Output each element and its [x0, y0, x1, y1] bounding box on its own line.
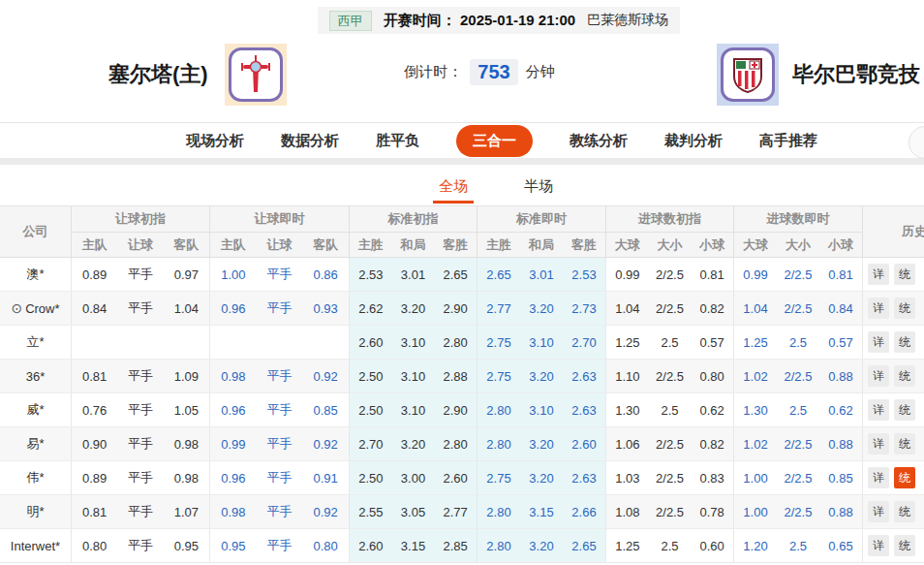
detail-button[interactable]: 详	[868, 331, 889, 353]
odds-value	[117, 326, 163, 359]
nav-tab-3[interactable]: 胜平负	[376, 132, 419, 150]
odds-value: 0.98	[210, 495, 257, 528]
odds-group: 0.96平手0.85	[210, 393, 350, 426]
stats-button[interactable]: 统	[894, 399, 915, 421]
company-cell: 伟*	[0, 461, 72, 494]
detail-button[interactable]: 详	[868, 298, 889, 319]
stats-button[interactable]: 统	[894, 535, 915, 556]
odds-value: 0.57	[819, 326, 862, 359]
odds-group: 2.703.202.80	[350, 427, 477, 460]
odds-value: 0.82	[691, 292, 733, 325]
stats-button[interactable]: 统	[894, 331, 915, 353]
company-name: 明*	[26, 503, 44, 520]
odds-group	[72, 326, 210, 359]
odds-group: 0.80平手0.95	[72, 529, 210, 562]
detail-button[interactable]: 详	[868, 433, 889, 455]
odds-value: 2.70	[350, 427, 392, 460]
odds-group: 0.992/2.50.81	[734, 258, 863, 291]
odds-group: 2.803.202.65	[477, 529, 606, 562]
odds-group: 2.503.102.88	[350, 360, 477, 392]
odds-value: 平手	[257, 360, 303, 392]
stats-button[interactable]: 统	[894, 433, 915, 455]
odds-value: 1.20	[734, 529, 777, 562]
group-subheaders: 大球大小小球	[606, 233, 733, 257]
stats-button[interactable]: 统	[894, 467, 915, 488]
odds-group: 1.102/2.50.80	[606, 360, 734, 392]
nav-tab-6[interactable]: 裁判分析	[664, 132, 723, 150]
odds-value: 平手	[117, 258, 163, 291]
company-cell: 易*	[0, 427, 72, 460]
company-name: 威*	[26, 401, 44, 419]
nav-tab-5[interactable]: 教练分析	[570, 132, 628, 150]
group-header-6: 进球数即时大球大小小球	[734, 206, 863, 257]
odds-group: 0.992/2.50.81	[606, 258, 734, 291]
table-row: Interwet*0.80平手0.950.95平手0.802.603.152.8…	[0, 529, 924, 563]
group-header-5: 进球数初指大球大小小球	[606, 206, 734, 257]
odds-value: 1.00	[734, 495, 777, 528]
table-row: 明*0.81平手1.070.98平手0.922.553.052.772.803.…	[0, 495, 924, 529]
odds-group: 2.603.152.85	[350, 529, 477, 562]
detail-button[interactable]: 详	[868, 535, 889, 556]
odds-group: 2.533.012.65	[350, 258, 477, 291]
odds-group: 0.95平手0.80	[210, 529, 350, 562]
column-header: 让球	[257, 233, 303, 257]
history-cell: 详统	[863, 292, 924, 325]
nav-tab-1[interactable]: 现场分析	[186, 132, 244, 150]
stats-button[interactable]: 统	[894, 264, 915, 285]
odds-value: 3.20	[392, 292, 435, 325]
odds-value: 0.99	[606, 258, 649, 291]
odds-group: 0.96平手0.91	[210, 461, 350, 494]
odds-value: 2.5	[649, 529, 692, 562]
detail-button[interactable]: 详	[868, 501, 889, 522]
detail-button[interactable]: 详	[868, 264, 889, 285]
company-cell: 立*	[0, 326, 72, 359]
odds-value: 2.65	[434, 258, 477, 291]
odds-value: 3.20	[520, 529, 563, 562]
odds-value: 0.83	[691, 461, 733, 494]
group-header-label: 进球数初指	[606, 206, 733, 233]
detail-button[interactable]: 详	[868, 467, 889, 488]
nav-tab-2[interactable]: 数据分析	[281, 132, 339, 150]
history-cell: 详统	[863, 495, 924, 528]
odds-group: 2.773.202.73	[477, 292, 606, 325]
odds-value: 1.25	[606, 326, 649, 359]
subtab-2[interactable]: 半场	[518, 168, 559, 204]
odds-value: 平手	[117, 495, 163, 528]
odds-value: 3.01	[520, 258, 563, 291]
odds-value: 1.00	[734, 461, 777, 494]
odds-value: 1.02	[734, 427, 777, 460]
stats-button[interactable]: 统	[894, 501, 915, 522]
kickoff-time: 2025-01-19 21:00	[460, 12, 575, 28]
odds-value: 2.66	[563, 495, 605, 528]
odds-value: 平手	[257, 495, 303, 528]
odds-value: 0.88	[819, 360, 862, 392]
odds-value: 平手	[117, 292, 163, 325]
stats-button[interactable]: 统	[894, 365, 915, 387]
column-header: 客队	[164, 233, 209, 257]
odds-value: 2.80	[477, 427, 520, 460]
odds-value: 2.80	[477, 495, 520, 528]
detail-button[interactable]: 详	[868, 365, 889, 387]
nav-tab-4[interactable]: 三合一	[456, 125, 533, 157]
nav-tab-7[interactable]: 高手推荐	[759, 132, 817, 150]
history-header-label: 历史	[902, 223, 924, 240]
odds-value: 平手	[117, 461, 163, 494]
countdown-value: 753	[470, 59, 517, 85]
table-row: 伟*0.89平手0.980.96平手0.912.503.002.602.753.…	[0, 461, 924, 495]
company-name: Crow*	[25, 301, 59, 316]
floating-button-partial[interactable]	[909, 126, 924, 159]
odds-value: 0.96	[210, 461, 257, 494]
match-info-bar: 西甲 开赛时间： 2025-01-19 21:00 巴莱德斯球场	[0, 0, 924, 34]
odds-group: 1.042/2.50.84	[734, 292, 863, 325]
detail-button[interactable]: 详	[868, 399, 889, 421]
odds-group: 0.98平手0.92	[210, 360, 350, 392]
odds-value: 0.97	[164, 258, 209, 291]
odds-table: 公司让球初指主队让球客队让球即时主队让球客队标准初指主胜和局客胜标准即时主胜和局…	[0, 205, 924, 565]
company-name: 澳*	[26, 266, 44, 283]
odds-value: 2.65	[477, 258, 520, 291]
stats-button[interactable]: 统	[894, 298, 915, 319]
subtab-1[interactable]: 全场	[433, 168, 474, 204]
odds-value: 2.80	[434, 427, 477, 460]
odds-group: 2.753.202.63	[477, 461, 606, 494]
odds-value: 0.81	[819, 258, 862, 291]
